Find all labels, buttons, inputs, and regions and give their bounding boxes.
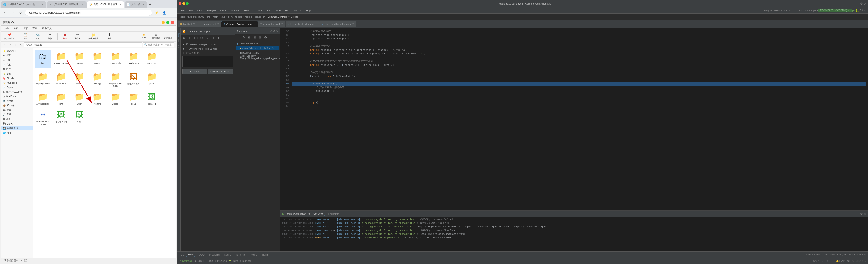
- struct-close-icon[interactable]: ✕: [276, 30, 278, 33]
- bc-com[interactable]: com: [228, 15, 233, 18]
- new-tab-button[interactable]: +: [148, 2, 153, 7]
- browser-tab-3[interactable]: 📄 文件上传 ✕: [125, 1, 147, 8]
- struct-sort-btn[interactable]: AZ: [236, 35, 241, 40]
- file-item-mydrivers[interactable]: 📁 MyDrivers: [144, 50, 160, 68]
- ide-maximize-btn[interactable]: [186, 2, 189, 5]
- tab-close-3[interactable]: ✕: [142, 3, 145, 6]
- bottom-tab-git[interactable]: Git: [179, 253, 186, 257]
- console-settings-icon[interactable]: ⚙: [860, 212, 863, 216]
- vcs-plus-btn[interactable]: +: [211, 36, 216, 41]
- fe-close-btn[interactable]: [171, 21, 174, 24]
- struct-item-basepath[interactable]: ▣ basePath: String: [236, 51, 279, 55]
- bc-reggie[interactable]: reggie: [245, 15, 252, 18]
- sidebar-item-typora[interactable]: 📄 Typora: [1, 85, 33, 90]
- ide-menu-view[interactable]: View: [195, 8, 204, 12]
- file-item-steam[interactable]: 📁 steam: [125, 90, 142, 106]
- status-problems[interactable]: ⚠ Problems: [215, 260, 227, 262]
- fe-reverse-btn[interactable]: ↔ 反向选择: [163, 32, 174, 41]
- fe-path-bar[interactable]: 此电脑 > 新建卷 (D:): [24, 42, 142, 47]
- fe-properties-btn[interactable]: ℹ 属性: [104, 32, 115, 41]
- ide-menu-run[interactable]: Run: [265, 8, 273, 12]
- fe-rename-btn[interactable]: ✏ 重命名: [72, 32, 83, 41]
- tab-close-1[interactable]: ✕: [81, 3, 84, 6]
- vcs-filter-btn[interactable]: ⊟: [217, 36, 222, 41]
- tab-close-list[interactable]: ✕: [193, 23, 195, 25]
- status-terminal[interactable]: ≥ Terminal: [240, 260, 251, 262]
- sidebar-item-assets[interactable]: 🖼 饿厅外卖.assets: [1, 90, 33, 94]
- fe-newfolder-btn[interactable]: 📁 新建文件夹: [87, 32, 100, 41]
- bc-taotao[interactable]: taotao: [236, 15, 243, 18]
- bc-controller[interactable]: controller: [254, 15, 265, 18]
- ide-menu-build[interactable]: Build: [255, 8, 264, 12]
- tab-login-check-filter[interactable]: J LoginCheckFilter.java ✕: [285, 21, 320, 27]
- file-item-comment[interactable]: 📁 comment: [71, 50, 87, 68]
- status-linesep[interactable]: LF: [831, 260, 833, 262]
- sidebar-item-pc[interactable]: 💻 此电脑: [1, 99, 33, 103]
- file-item-steamtools[interactable]: 📁 SteamTools: [107, 50, 124, 68]
- tab-category-controller[interactable]: J CategoryController.java ✕: [320, 21, 356, 27]
- code-area[interactable]: //如果目录不存在 log.info(file.toString()); log…: [290, 28, 868, 210]
- ide-menu-analyze[interactable]: Analyze: [228, 8, 241, 12]
- vcs-commit-push-btn[interactable]: COMMIT AND PUSH...: [208, 69, 233, 74]
- fe-menu-home[interactable]: 主页: [12, 26, 19, 31]
- bottom-tab-problems[interactable]: Problems: [207, 253, 221, 257]
- fe-copy-btn[interactable]: 📋 复制: [20, 32, 31, 41]
- bottom-tab-profiler[interactable]: Profiler: [248, 253, 260, 257]
- file-item-xxxdeeprain[interactable]: 📁 XXXDeepRain: [35, 90, 51, 106]
- ide-resize-icon[interactable]: ⤢: [864, 2, 866, 5]
- struct-item-class[interactable]: ◆ CommonController: [236, 41, 279, 46]
- fe-search-bar[interactable]: 🔍 搜索 新建卷 (D:) 中搜索: [143, 42, 175, 47]
- bc-commoncontroller[interactable]: CommonController: [268, 15, 288, 18]
- vcs-refresh-btn[interactable]: ↻: [181, 36, 186, 41]
- status-todo[interactable]: ☐ TODO: [204, 260, 213, 262]
- tab-application-yml[interactable]: Y application.yml ✕: [258, 21, 285, 27]
- ide-menu-window[interactable]: Window: [290, 8, 303, 12]
- file-item-programfiles[interactable]: 📁 Program Files (x86): [107, 70, 124, 89]
- tab-close-catctrl[interactable]: ✕: [352, 23, 354, 25]
- bc-project[interactable]: Reggie-take-out-day03: [179, 15, 204, 18]
- fe-maximize-btn[interactable]: [166, 21, 169, 24]
- ide-toolbar-debug-btn[interactable]: 🐛: [855, 9, 859, 12]
- ide-close-btn[interactable]: [179, 2, 181, 5]
- fe-menu-tools[interactable]: 帮助工具: [41, 26, 53, 31]
- sidebar-item-deskdir[interactable]: 🖥 桌面: [1, 117, 33, 121]
- sidebar-item-pictures[interactable]: 🖼 图片: [1, 67, 33, 71]
- fe-menu-share[interactable]: 共享: [22, 26, 29, 31]
- ide-menu-code[interactable]: Code: [219, 8, 228, 12]
- file-item-img[interactable]: 🗂 img: [35, 50, 51, 68]
- sidebar-item-d[interactable]: 💾 新建卷 (D:): [1, 126, 33, 130]
- eventlog-label[interactable]: 🔔 Event Log: [836, 260, 849, 262]
- tab-common-controller[interactable]: J CommonController.java ✕: [221, 21, 258, 27]
- browser-tab-0[interactable]: 🌐 企业开发Day4-04-文件上传下载 - 百... ✕: [1, 1, 46, 8]
- tab-close-cc[interactable]: ✕: [254, 23, 256, 25]
- vcs-section-unversioned[interactable]: ▼ ☐ Unversioned Files 11 files: [181, 46, 234, 51]
- file-item-v2rayn[interactable]: 📁 v2rayN: [89, 50, 105, 68]
- ide-menu-tools[interactable]: Tools: [273, 8, 283, 12]
- tab-close-lcf[interactable]: ✕: [315, 23, 317, 25]
- sidebar-tab-project[interactable]: Project: [177, 29, 180, 38]
- file-item-mikuii[interactable]: 📁 mikuii套: [89, 70, 105, 89]
- sidebar-item-network[interactable]: 🌐 网络: [1, 130, 33, 135]
- tab-list-html[interactable]: H list.html ✕: [178, 21, 197, 27]
- fe-menu-view[interactable]: 查看: [32, 26, 38, 31]
- fe-paste-btn[interactable]: 📎 粘贴: [32, 32, 43, 41]
- file-item-greenwave[interactable]: 🖼 绿坡外卖素材: [125, 70, 142, 89]
- tab-close-app[interactable]: ✕: [281, 23, 283, 25]
- tab-close-0[interactable]: ✕: [41, 3, 44, 6]
- fe-select-btn[interactable]: ☑ 全部选择: [150, 32, 162, 41]
- bottom-tab-build[interactable]: Build: [260, 253, 270, 257]
- file-item-qqpcmgr[interactable]: 📁 QQPCMgr: [53, 70, 69, 89]
- browser-tab-2[interactable]: 📝 笔记 - CSDN i脚本管理 ✕: [87, 1, 124, 8]
- file-item-game[interactable]: 📁 game: [144, 70, 160, 89]
- bc-upload[interactable]: upload: [291, 15, 299, 18]
- fe-up-btn[interactable]: ↑: [13, 42, 18, 47]
- file-item-livehime[interactable]: 📁 livehime: [89, 90, 105, 106]
- sidebar-item-javascript[interactable]: 📝 Java script: [1, 80, 33, 85]
- file-item-world[interactable]: 🖼 碰碰世界.jpg: [53, 108, 69, 127]
- file-item-java[interactable]: 📁 java: [53, 90, 69, 106]
- sidebar-item-github[interactable]: 🐙 GitHub: [1, 76, 33, 80]
- status-position[interactable]: 52:27: [813, 260, 819, 262]
- struct-settings-icon[interactable]: ⚙: [273, 30, 275, 33]
- struct-item-log[interactable]: ▣ log: Logger = org.slf4j.LoggerFactory.…: [236, 55, 279, 59]
- struct-collapse-all-btn[interactable]: ⊟: [258, 35, 262, 40]
